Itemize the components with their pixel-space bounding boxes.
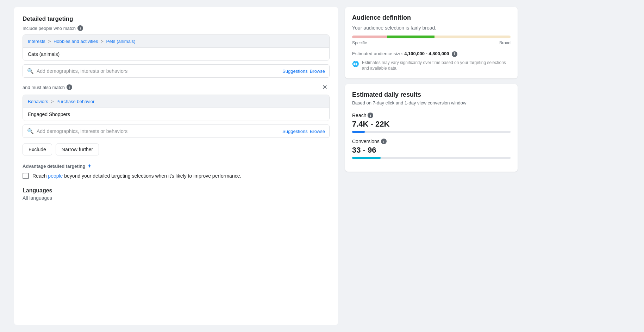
reach-info-icon[interactable]: i [368,113,373,118]
audience-definition-card: Audience definition Your audience select… [345,7,518,78]
languages-title: Languages [23,187,330,194]
languages-value: All languages [23,195,330,201]
advantage-title: Advantage detailed targeting ✦ [23,163,330,169]
advantage-section: Advantage detailed targeting ✦ Reach peo… [23,163,330,180]
suggestions-link-1[interactable]: Suggestions [282,69,308,74]
audience-card-title: Audience definition [352,14,511,21]
suggestions-link-2[interactable]: Suggestions [282,129,308,134]
gauge-red-segment [352,36,387,38]
advantage-checkbox-text: Reach people beyond your detailed target… [32,172,241,180]
advantage-checkbox[interactable] [23,173,29,179]
exclude-button[interactable]: Exclude [23,143,52,155]
breadcrumb-interests-link[interactable]: Interests [28,39,45,44]
breadcrumb-behaviors-link[interactable]: Behaviors [28,99,48,104]
gauge-label-specific: Specific [352,40,367,45]
gauge-label-broad: Broad [499,40,511,45]
reach-value: 7.4K - 22K [352,120,511,129]
search-icon-1: 🔍 [27,68,34,74]
estimated-audience-size: Estimated audience size: 4,100,000 - 4,8… [352,51,511,57]
breadcrumb-bar-2: Behaviors > Purchase behavior [23,95,329,108]
conversions-value: 33 - 96 [352,146,511,155]
reach-bar-fill [352,131,365,133]
results-desc: Based on 7-day click and 1-day view conv… [352,100,511,106]
reach-bar [352,131,511,133]
breadcrumb-pets-link[interactable]: Pets (animals) [106,39,136,44]
detailed-targeting-panel: Detailed targeting Include people who ma… [14,7,338,325]
conversions-info-icon[interactable]: i [381,139,387,144]
breadcrumb-hobbies-link[interactable]: Hobbies and activities [54,39,98,44]
audience-size-info-icon[interactable]: i [452,51,457,57]
breadcrumb-sep-2: > [101,39,105,44]
tag-cats: Cats (animals) [23,48,329,60]
action-buttons: Exclude Narrow further [23,143,330,155]
include-info-icon[interactable]: i [77,25,83,31]
search-bar-1: 🔍 Suggestions Browse [23,64,330,78]
section-title: Detailed targeting [23,15,330,23]
search-input-1[interactable] [37,68,280,74]
targeting-group-1: Interests > Hobbies and activities > Pet… [23,34,330,61]
search-input-2[interactable] [37,128,280,134]
spark-icon: ✦ [87,163,92,169]
search-bar-2: 🔍 Suggestions Browse [23,124,330,138]
conversions-label: Conversions i [352,139,511,144]
gauge-labels: Specific Broad [352,40,511,45]
results-title: Estimated daily results [352,91,511,98]
audience-size-value: 4,100,000 - 4,800,000 [404,51,449,56]
breadcrumb-sep-1: > [48,39,52,44]
include-label: Include people who match i [23,25,330,31]
advantage-people-link[interactable]: people [48,173,63,179]
narrow-further-button[interactable]: Narrow further [56,143,99,155]
browse-link-1[interactable]: Browse [310,69,325,74]
close-and-must-button[interactable]: ✕ [320,83,330,91]
search-icon-2: 🔍 [27,128,34,134]
browse-link-2[interactable]: Browse [310,129,325,134]
right-panel: Audience definition Your audience select… [345,7,518,325]
breadcrumb-bar-1: Interests > Hobbies and activities > Pet… [23,35,329,48]
and-must-row: and must also match i ✕ [23,83,330,91]
search-links-1: Suggestions Browse [282,69,325,74]
breadcrumb-purchase-link[interactable]: Purchase behavior [56,99,94,104]
tag-engaged-shoppers: Engaged Shoppers [23,108,329,121]
search-links-2: Suggestions Browse [282,129,325,134]
disclaimer: 🌐 Estimates may vary significantly over … [352,60,511,72]
disclaimer-icon: 🌐 [352,60,359,68]
advantage-checkbox-row: Reach people beyond your detailed target… [23,172,330,180]
and-must-label: and must also match i [23,84,72,90]
conversions-bar-fill [352,157,381,159]
estimated-results-card: Estimated daily results Based on 7-day c… [345,84,518,172]
and-must-info-icon[interactable]: i [67,84,72,90]
audience-card-desc: Your audience selection is fairly broad. [352,25,511,31]
targeting-group-2: Behaviors > Purchase behavior Engaged Sh… [23,95,330,121]
gauge-green-segment [387,36,434,38]
languages-section: Languages All languages [23,187,330,201]
reach-label: Reach i [352,113,511,118]
breadcrumb-sep-3: > [51,99,55,104]
gauge-yellow-segment [434,36,511,38]
conversions-bar [352,157,511,159]
gauge-bar [352,36,511,38]
